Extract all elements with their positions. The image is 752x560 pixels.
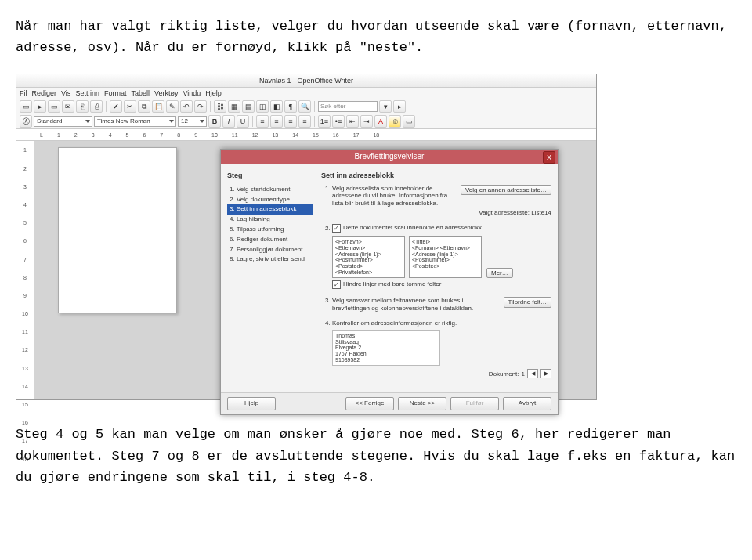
menu-format[interactable]: Format (104, 88, 127, 99)
data-icon[interactable]: ◧ (270, 100, 283, 113)
doc-nav-number: 1 (522, 370, 525, 378)
mailmerge-wizard-dialog: Brevflettingsveiviser X Steg 1. Velg sta… (220, 149, 559, 415)
pdf-icon[interactable]: ⎘ (76, 100, 89, 113)
window-title: Navnløs 1 - OpenOffice Writer (16, 74, 596, 88)
redo-icon[interactable]: ↷ (194, 100, 207, 113)
mail-icon[interactable]: ✉ (62, 100, 74, 113)
include-block-checkbox[interactable]: ✓ (332, 224, 341, 233)
cancel-button[interactable]: Avbryt (503, 397, 551, 410)
address-preview: Thomas Stilisvaag Elvegata 2 1767 Halden… (332, 330, 440, 366)
align-right-icon[interactable]: ≡ (284, 115, 297, 128)
align-justify-icon[interactable]: ≡ (298, 115, 311, 128)
menu-insert[interactable]: Sett inn (75, 88, 99, 99)
italic-icon[interactable]: I (222, 115, 235, 128)
step-6[interactable]: 6. Rediger dokument (227, 235, 313, 245)
step-7[interactable]: 7. Personliggjør dokument (227, 245, 313, 255)
horizontal-ruler: L 12 34 56 78 910 1112 1314 1516 1718 (16, 129, 596, 141)
step-2[interactable]: 2. Velg dokumenttype (227, 195, 313, 205)
item-4: Kontroller om adresseinformasjonen er ri… (332, 320, 551, 378)
number-list-icon[interactable]: 1≡ (318, 115, 331, 128)
nonprint-icon[interactable]: ¶ (284, 100, 297, 113)
styles-icon[interactable]: Ⓐ (20, 115, 32, 128)
step-list-panel: Steg 1. Velg startdokument 2. Velg dokum… (227, 170, 313, 386)
search-input[interactable]: Søk etter (318, 101, 378, 112)
menu-table[interactable]: Tabell (131, 88, 150, 99)
font-size-select[interactable]: 12 (178, 116, 207, 127)
zoom-icon[interactable]: 🔍 (298, 100, 311, 113)
font-name-select[interactable]: Times New Roman (94, 116, 176, 127)
item4-text: Kontroller om adresseinformasjonen er ri… (332, 320, 457, 327)
highlight-icon[interactable]: ⎚ (389, 115, 401, 128)
item-1: Velg adresselista som inneholder de adre… (332, 185, 551, 216)
page-1[interactable] (58, 147, 177, 313)
back-button[interactable]: << Forrige (345, 397, 394, 410)
vertical-ruler: 12 34 56 78 910 1112 1314 1516 1718 (16, 141, 34, 399)
table-icon[interactable]: ▦ (228, 100, 240, 113)
cut-icon[interactable]: ✂ (124, 100, 136, 113)
underline-icon[interactable]: U (237, 115, 249, 128)
menu-file[interactable]: Fil (20, 88, 27, 99)
selected-list-value: Liste14 (531, 209, 551, 216)
menu-view[interactable]: Vis (61, 88, 70, 99)
copy-icon[interactable]: ⧉ (138, 100, 150, 113)
item3-text: Velg samsvar mellom feltnavnene som bruk… (332, 297, 500, 312)
item-3: Velg samsvar mellom feltnavnene som bruk… (332, 297, 551, 312)
undo-icon[interactable]: ↶ (180, 100, 193, 113)
paste-icon[interactable]: 📋 (152, 100, 164, 113)
more-formats-button[interactable]: Mer… (486, 268, 513, 279)
link-icon[interactable]: ⛓ (214, 100, 226, 113)
item1-text: Velg adresselista som inneholder de adre… (332, 185, 457, 208)
step-5[interactable]: 5. Tilpass utforming (227, 225, 313, 235)
para-style-select[interactable]: Standard (34, 116, 92, 127)
format-option-2[interactable]: <Tittel> <Fornavn> <Etternavn> <Adresse … (409, 236, 482, 278)
dialog-title: Brevflettingsveiviser X (221, 150, 558, 164)
step-1[interactable]: 1. Velg startdokument (227, 185, 313, 195)
bullet-list-icon[interactable]: •≡ (332, 115, 345, 128)
clone-icon[interactable]: ✎ (166, 100, 179, 113)
align-center-icon[interactable]: ≡ (270, 115, 283, 128)
step-3[interactable]: 3. Sett inn adresseblokk (227, 204, 313, 215)
search-down-icon[interactable]: ▾ (379, 100, 392, 113)
doc-prev-button[interactable]: ◀ (527, 369, 538, 378)
outro-paragraph: Steg 4 og 5 kan man velge om man ønsker … (16, 424, 736, 488)
step-8[interactable]: 8. Lagre, skriv ut eller send (227, 255, 313, 265)
step-content-panel: Sett inn adresseblokk Velg adresselista … (321, 170, 551, 386)
save-icon[interactable]: ▭ (48, 100, 60, 113)
search-next-icon[interactable]: ▸ (393, 100, 406, 113)
choose-list-button[interactable]: Velg en annen adresseliste… (461, 185, 551, 196)
doc-next-button[interactable]: ▶ (540, 369, 551, 378)
indent-dec-icon[interactable]: ⇤ (346, 115, 359, 128)
standard-toolbar: ▭ ▸ ▭ ✉ ⎘ ⎙ ✔ ✂ ⧉ 📋 ✎ ↶ ↷ ⛓ ▦ ▤ ◫ ◧ ¶ 🔍 … (16, 99, 596, 114)
close-icon[interactable]: X (543, 151, 555, 164)
suppress-empty-label: Hindre linjer med bare tomme felter (343, 280, 441, 288)
finish-button: Fullfør (450, 397, 499, 410)
show-icon[interactable]: ▤ (242, 100, 255, 113)
bold-icon[interactable]: B (208, 115, 221, 128)
content-heading: Sett inn adresseblokk (321, 170, 551, 181)
writer-screenshot: Navnløs 1 - OpenOffice Writer Fil Redige… (16, 74, 597, 400)
menu-edit[interactable]: Rediger (32, 88, 57, 99)
intro-paragraph: Når man har valgt riktig liste, velger d… (16, 16, 736, 58)
item-2: ✓ Dette dokumentet skal inneholde en adr… (332, 224, 551, 289)
menu-window[interactable]: Vindu (183, 88, 201, 99)
selected-list-label: Valgt adresseliste: (479, 209, 531, 216)
new-file-icon[interactable]: ▭ (20, 100, 32, 113)
font-color-icon[interactable]: A (374, 115, 387, 128)
spell-icon[interactable]: ✔ (110, 100, 122, 113)
next-button[interactable]: Neste >> (398, 397, 446, 410)
doc-nav-label: Dokument: (489, 370, 519, 378)
open-icon[interactable]: ▸ (34, 100, 46, 113)
dialog-footer: Hjelp << Forrige Neste >> Fullfør Avbryt (221, 392, 558, 414)
step-4[interactable]: 4. Lag hilsning (227, 215, 313, 225)
indent-inc-icon[interactable]: ⇥ (360, 115, 373, 128)
match-fields-button[interactable]: Tilordne felt… (504, 297, 552, 308)
suppress-empty-checkbox[interactable]: ✓ (332, 280, 341, 289)
menu-help[interactable]: Hjelp (205, 88, 222, 99)
bg-color-icon[interactable]: ▭ (403, 115, 415, 128)
print-icon[interactable]: ⎙ (90, 100, 103, 113)
menu-tools[interactable]: Verktøy (154, 88, 179, 99)
gallery-icon[interactable]: ◫ (256, 100, 269, 113)
align-left-icon[interactable]: ≡ (256, 115, 269, 128)
help-button[interactable]: Hjelp (227, 397, 276, 410)
format-option-1[interactable]: <Fornavn> <Etternavn> <Adresse (linje 1)… (332, 236, 405, 278)
